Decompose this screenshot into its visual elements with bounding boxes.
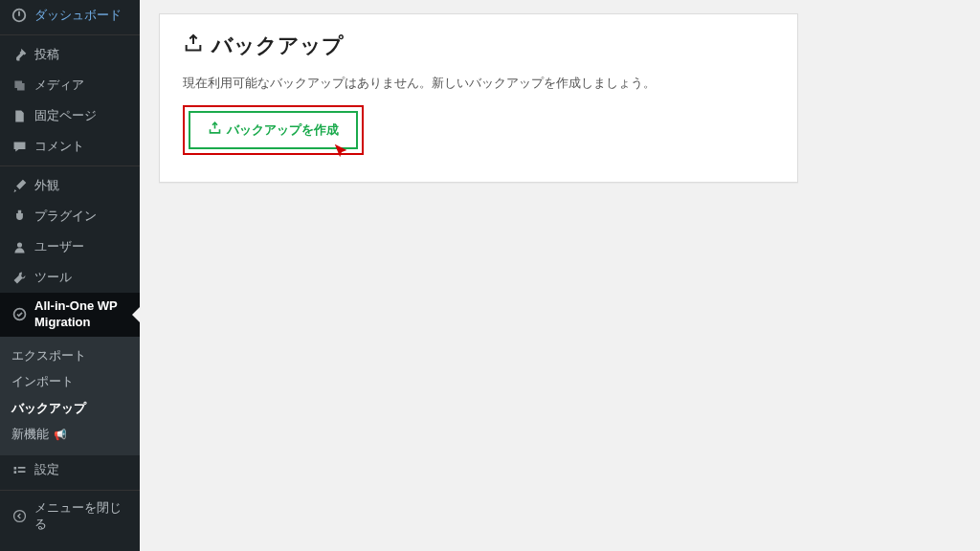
submenu-item-label: 新機能: [11, 428, 52, 441]
sidebar-item-label: プラグイン: [34, 209, 132, 225]
sidebar-item-label: 固定ページ: [34, 108, 132, 124]
brush-icon: [10, 176, 29, 195]
submenu-item-label: バックアップ: [11, 402, 86, 415]
pin-icon: [10, 45, 29, 64]
submenu-item-import[interactable]: インポート: [0, 369, 140, 396]
sidebar-item-comments[interactable]: コメント: [0, 131, 140, 162]
user-icon: [10, 237, 29, 256]
sidebar-item-tools[interactable]: ツール: [0, 262, 140, 293]
submenu-item-label: インポート: [11, 375, 74, 388]
sidebar-item-appearance[interactable]: 外観: [0, 170, 140, 201]
sidebar-separator: [0, 490, 140, 491]
page-title: バックアップ: [183, 32, 774, 60]
submenu-item-backup[interactable]: バックアップ: [0, 396, 140, 423]
export-icon: [208, 121, 222, 139]
tool-icon: [10, 268, 29, 287]
sidebar-item-label: ダッシュボード: [34, 8, 132, 24]
sidebar-item-plugins[interactable]: プラグイン: [0, 201, 140, 231]
page-icon: [10, 106, 29, 125]
sidebar-separator: [0, 34, 140, 35]
sidebar-separator: [0, 165, 140, 166]
megaphone-icon: 📢: [54, 429, 67, 440]
annotation-highlight: バックアップを作成: [183, 105, 364, 155]
submenu-item-export[interactable]: エクスポート: [0, 343, 140, 370]
export-icon: [183, 33, 204, 59]
comment-icon: [10, 137, 29, 156]
sidebar-item-posts[interactable]: 投稿: [0, 39, 140, 70]
sidebar-item-media[interactable]: メディア: [0, 70, 140, 100]
media-icon: [10, 76, 29, 95]
sidebar-item-label: 外観: [34, 178, 132, 194]
collapse-icon: [10, 507, 29, 526]
sidebar-item-dashboard[interactable]: ダッシュボード: [0, 0, 140, 31]
submenu-item-whatsnew[interactable]: 新機能 📢: [0, 422, 140, 449]
create-backup-button[interactable]: バックアップを作成: [189, 111, 358, 149]
sidebar-item-users[interactable]: ユーザー: [0, 231, 140, 262]
empty-state-text: 現在利用可能なバックアップはありません。新しいバックアップを作成しましょう。: [183, 76, 774, 92]
sidebar-submenu: エクスポート インポート バックアップ 新機能 📢: [0, 337, 140, 455]
page-title-text: バックアップ: [212, 32, 344, 60]
sidebar-item-label: コメント: [34, 139, 132, 155]
sidebar-item-label: All-in-One WP Migration: [34, 298, 132, 331]
migration-icon: [10, 305, 29, 324]
svg-point-1: [13, 511, 25, 522]
plugin-icon: [10, 207, 29, 226]
sidebar-item-label: メディア: [34, 77, 132, 94]
sidebar-item-label: 投稿: [34, 47, 132, 63]
sidebar-item-label: ユーザー: [34, 239, 132, 255]
create-backup-button-label: バックアップを作成: [227, 121, 339, 139]
sidebar-item-settings[interactable]: 設定: [0, 455, 140, 486]
submenu-item-label: エクスポート: [11, 349, 86, 363]
main-content: バックアップ 現在利用可能なバックアップはありません。新しいバックアップを作成し…: [140, 0, 980, 551]
sidebar-item-label: ツール: [34, 270, 132, 286]
sidebar-collapse[interactable]: メニューを閉じる: [0, 495, 140, 539]
sidebar-item-migration[interactable]: All-in-One WP Migration: [0, 293, 140, 337]
dashboard-icon: [10, 6, 29, 25]
backup-panel: バックアップ 現在利用可能なバックアップはありません。新しいバックアップを作成し…: [159, 13, 798, 183]
sidebar-item-label: 設定: [34, 462, 132, 478]
admin-sidebar: ダッシュボード 投稿 メディア 固定ページ コメント 外観: [0, 0, 140, 551]
sidebar-item-pages[interactable]: 固定ページ: [0, 100, 140, 131]
settings-icon: [10, 461, 29, 480]
sidebar-item-label: メニューを閉じる: [34, 500, 132, 533]
